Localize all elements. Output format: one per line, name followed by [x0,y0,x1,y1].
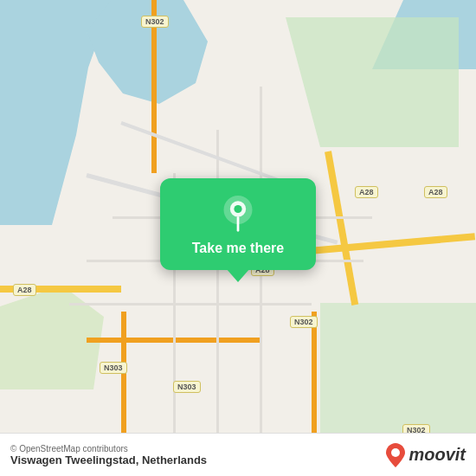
road-label-n303-right: N303 [173,381,201,393]
road-label-n303-left: N303 [100,362,127,374]
road-label-a28-left: A28 [13,284,36,296]
take-me-there-button[interactable]: Take me there [160,178,316,270]
svg-point-3 [391,448,400,457]
road-label-n302-top: N302 [141,16,169,28]
moovit-brand-text: moovit [408,445,466,465]
svg-point-2 [234,205,241,213]
location-pin-icon [219,194,257,232]
copyright-text: © OpenStreetMap contributors [10,444,207,453]
location-name: Viswagen Tweelingstad, Netherlands [10,453,207,466]
moovit-logo: moovit [386,443,466,467]
moovit-pin-icon [386,443,405,467]
map-container: N302A28A28A28A28N302N303N303N302 Take me… [0,0,476,476]
road-label-a28-far-right: A28 [424,186,447,198]
road-label-a28-right: A28 [355,186,378,198]
bottom-bar: © OpenStreetMap contributors Viswagen Tw… [0,433,476,476]
road-grid-v3 [260,87,262,476]
popup-button-label: Take me there [192,241,284,256]
road-label-n302-bottom: N302 [290,316,318,328]
road-grid-h3 [69,303,312,306]
bottom-left-info: © OpenStreetMap contributors Viswagen Tw… [10,444,207,466]
